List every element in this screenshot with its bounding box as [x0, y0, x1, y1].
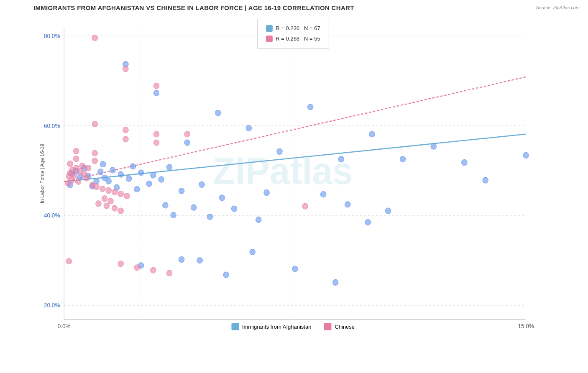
svg-point-26 — [277, 148, 283, 154]
svg-point-81 — [123, 127, 129, 133]
svg-point-112 — [108, 198, 114, 204]
svg-text:40.0%: 40.0% — [44, 212, 60, 219]
svg-point-122 — [166, 270, 172, 276]
svg-point-21 — [215, 110, 221, 116]
svg-point-91 — [79, 163, 85, 169]
svg-point-78 — [123, 66, 129, 72]
svg-point-52 — [199, 181, 205, 187]
svg-point-87 — [92, 150, 98, 156]
svg-point-25 — [431, 143, 437, 149]
legend-swatch-chinese — [266, 36, 272, 42]
svg-point-105 — [94, 184, 100, 189]
svg-point-74 — [292, 266, 298, 272]
svg-point-33 — [130, 164, 136, 169]
svg-point-32 — [100, 161, 106, 167]
svg-point-108 — [112, 189, 118, 195]
svg-point-88 — [73, 156, 79, 161]
svg-point-118 — [66, 258, 72, 264]
svg-point-89 — [92, 158, 98, 164]
legend-row-1: R = 0.236 N = 67 — [266, 23, 320, 33]
svg-point-85 — [153, 140, 159, 146]
svg-text:80.0%: 80.0% — [44, 32, 60, 39]
chart-title: IMMIGRANTS FROM AFGHANISTAN VS CHINESE I… — [33, 4, 580, 11]
svg-point-114 — [104, 203, 110, 209]
svg-point-48 — [483, 177, 488, 183]
svg-point-111 — [102, 196, 107, 202]
svg-point-64 — [231, 206, 237, 212]
svg-point-36 — [110, 167, 116, 173]
svg-point-117 — [118, 208, 124, 214]
svg-point-66 — [171, 212, 176, 218]
svg-text:15.0%: 15.0% — [518, 323, 534, 330]
svg-point-90 — [67, 161, 73, 167]
svg-point-68 — [256, 217, 261, 222]
svg-point-24 — [184, 140, 190, 146]
svg-point-77 — [92, 35, 98, 41]
svg-text:0.0%: 0.0% — [58, 323, 71, 330]
svg-point-86 — [73, 148, 79, 154]
svg-point-102 — [75, 179, 81, 184]
svg-point-58 — [264, 190, 270, 196]
svg-point-107 — [106, 187, 112, 193]
svg-point-59 — [320, 192, 326, 197]
svg-point-30 — [462, 160, 468, 166]
svg-point-38 — [98, 169, 104, 175]
svg-point-20 — [307, 104, 313, 110]
svg-point-61 — [345, 202, 351, 207]
svg-point-41 — [118, 171, 124, 177]
svg-point-39 — [138, 170, 144, 176]
svg-point-110 — [124, 193, 130, 199]
scatter-chart: 80.0% 60.0% 40.0% 20.0% 0.0% 15.0% ZIPat… — [40, 15, 546, 332]
bottom-legend-item-afghanistan: Immigrants from Afghanistan — [231, 323, 311, 330]
bottom-swatch-chinese — [324, 323, 331, 330]
svg-point-65 — [385, 208, 391, 214]
svg-point-60 — [219, 195, 225, 201]
svg-point-50 — [106, 178, 112, 184]
svg-point-34 — [166, 164, 172, 170]
bottom-legend-label-chinese: Chinese — [335, 324, 355, 330]
svg-point-56 — [134, 186, 140, 192]
svg-point-71 — [179, 257, 184, 263]
svg-point-47 — [159, 176, 164, 182]
svg-point-22 — [246, 125, 252, 131]
legend-r1: R = 0.236 N = 67 — [276, 23, 320, 33]
svg-point-46 — [126, 176, 132, 181]
svg-point-119 — [118, 261, 124, 267]
svg-point-76 — [332, 279, 338, 285]
svg-text:20.0%: 20.0% — [44, 302, 60, 309]
svg-point-84 — [123, 136, 129, 142]
bottom-legend: Immigrants from Afghanistan Chinese — [231, 323, 355, 330]
bottom-legend-label-afghanistan: Immigrants from Afghanistan — [242, 324, 311, 330]
svg-point-67 — [207, 214, 213, 220]
svg-point-120 — [134, 265, 140, 271]
svg-point-28 — [338, 156, 344, 162]
bottom-swatch-afghanistan — [231, 323, 239, 330]
svg-point-80 — [92, 121, 98, 127]
svg-point-70 — [250, 249, 256, 255]
chart-container: IMMIGRANTS FROM AFGHANISTAN VS CHINESE I… — [0, 0, 588, 373]
svg-point-113 — [96, 201, 102, 207]
svg-point-23 — [369, 131, 375, 137]
svg-point-93 — [85, 165, 91, 171]
svg-point-100 — [84, 175, 89, 181]
svg-point-42 — [150, 172, 156, 178]
svg-point-51 — [146, 181, 152, 186]
svg-point-29 — [400, 156, 406, 162]
y-axis-label: In Labor Force | Age 16-19 — [39, 144, 45, 204]
svg-point-106 — [100, 186, 105, 192]
legend-r2: R = 0.268 N = 55 — [276, 34, 320, 43]
svg-text:ZIPatlas: ZIPatlas — [213, 150, 353, 192]
svg-point-19 — [153, 90, 159, 96]
svg-point-62 — [163, 202, 169, 208]
svg-point-116 — [112, 205, 118, 211]
svg-point-109 — [118, 191, 124, 197]
legend-swatch-afghanistan — [266, 25, 272, 32]
svg-point-75 — [223, 272, 229, 278]
svg-point-72 — [197, 258, 203, 263]
chart-area: In Labor Force | Age 16-19 R = 0.236 N =… — [40, 15, 546, 332]
svg-point-82 — [153, 131, 159, 137]
legend-box: R = 0.236 N = 67 R = 0.268 N = 55 — [257, 19, 329, 49]
svg-point-83 — [184, 131, 190, 137]
svg-point-69 — [365, 219, 371, 225]
svg-point-115 — [302, 203, 308, 209]
